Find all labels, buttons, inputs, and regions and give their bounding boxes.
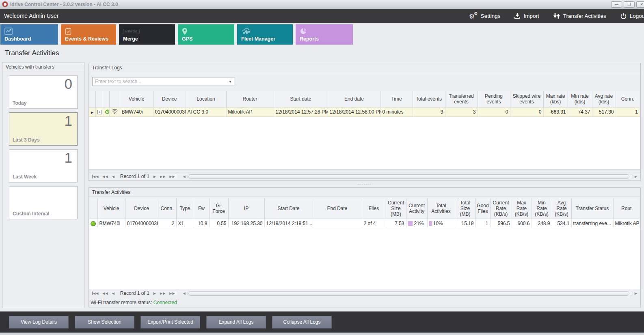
col-avg-rate[interactable]: Avg Rate (KB/s): [552, 198, 571, 219]
col-total-events[interactable]: Total events: [413, 91, 445, 107]
col-fw[interactable]: Fw: [194, 198, 209, 219]
clipboard-icon: [65, 27, 71, 35]
card-last-week[interactable]: 1 Last Week: [9, 149, 78, 183]
view-log-details-button[interactable]: View Log Details: [9, 316, 69, 329]
card-last-week-label: Last Week: [13, 174, 37, 180]
col-gforce[interactable]: G-Force: [209, 198, 228, 219]
col-current-activity[interactable]: Current Activity: [406, 198, 427, 219]
col-conn[interactable]: Conn.: [158, 198, 176, 219]
cell-min-rate: 74.37: [568, 107, 592, 116]
nav-last-icon[interactable]: ▶▶: [169, 175, 176, 178]
logout-button[interactable]: Logout: [620, 13, 644, 19]
col-transferred-events[interactable]: Transferred events: [445, 91, 478, 107]
col-start-date[interactable]: Start date: [274, 91, 328, 107]
settings-button[interactable]: ⚙ ⚙ Settings: [469, 12, 501, 19]
col-total-size[interactable]: Total Size (MB): [455, 198, 475, 219]
col-ip[interactable]: IP: [228, 198, 264, 219]
col-router[interactable]: Rout: [613, 198, 640, 219]
show-selection-button[interactable]: Show Selection: [75, 316, 134, 329]
col-min-rate[interactable]: Min rate (kbs): [568, 91, 592, 107]
col-min-rate[interactable]: Min Rate (KB/s): [532, 198, 552, 219]
col-vehicle[interactable]: Vehicle: [97, 198, 125, 219]
col-status-dot: [89, 198, 97, 219]
search-input[interactable]: [93, 79, 227, 84]
activities-horizontal-scrollbar[interactable]: ◀ ▶: [183, 291, 637, 296]
card-custom-interval[interactable]: Custom Interval: [9, 186, 78, 219]
col-time[interactable]: Time: [380, 91, 413, 107]
col-device[interactable]: Device: [125, 198, 158, 219]
scroll-right-icon[interactable]: ▶: [635, 175, 637, 178]
cell-current-rate: 596.5: [490, 219, 512, 228]
export-print-selected-button[interactable]: Export/Print Selected: [140, 316, 200, 329]
wifi-status-label: Wi-Fi transfer remote status:: [91, 300, 152, 305]
wifi-status-line: Wi-Fi transfer remote status: Connected: [91, 300, 177, 305]
close-button[interactable]: ✕: [636, 1, 644, 8]
nav-fast-next-icon[interactable]: ▶▶: [160, 175, 166, 178]
nav-fast-prev-icon[interactable]: ◀◀: [102, 292, 108, 295]
wifi-status-value: Connected: [153, 300, 177, 305]
col-max-rate[interactable]: Max rate (kbs): [543, 91, 568, 107]
transfer-activity-row[interactable]: BMW740i 017040000038 2 X1 10.8 0.55 192.…: [89, 219, 640, 228]
col-end-date[interactable]: End Date: [313, 198, 362, 219]
col-router[interactable]: Router: [226, 91, 274, 107]
col-total-activities[interactable]: Total Activities: [427, 198, 455, 219]
col-device[interactable]: Device: [153, 91, 186, 107]
tab-gps[interactable]: GPS: [178, 24, 234, 45]
minimize-button[interactable]: —: [611, 1, 622, 8]
card-today[interactable]: 0 Today: [9, 75, 78, 109]
cell-gforce: 0.55: [209, 219, 228, 228]
tab-fleet-manager[interactable]: Fleet Manager: [237, 24, 293, 45]
col-end-date[interactable]: End date: [328, 91, 380, 107]
nav-first-icon[interactable]: ◀◀: [92, 175, 99, 178]
nav-prev-icon[interactable]: ◀: [112, 175, 115, 178]
col-conn[interactable]: Conn.: [616, 91, 640, 107]
dropdown-arrow-icon[interactable]: ▼: [227, 80, 234, 84]
col-files[interactable]: Files: [362, 198, 386, 219]
nav-last-icon[interactable]: ▶▶: [169, 292, 176, 295]
transfer-log-row[interactable]: ▶ + ⚙ BMW740i 017040000038 Al CC 3.0 Mik…: [89, 107, 640, 116]
panel-splitter[interactable]: ·······: [89, 182, 641, 186]
col-gear: [103, 91, 109, 107]
scroll-right-icon[interactable]: ▶: [635, 292, 637, 295]
tab-merge[interactable]: MERGE Merge: [119, 24, 175, 45]
activities-scroll-thumb[interactable]: [188, 291, 629, 296]
cell-total-events: 3: [413, 107, 445, 116]
cell-avg-rate: 534.1: [552, 219, 571, 228]
col-current-size[interactable]: Current Size (MB): [386, 198, 406, 219]
logs-scroll-thumb[interactable]: [188, 174, 629, 179]
expand-all-logs-button[interactable]: Expand All Logs: [206, 316, 266, 329]
transfer-logs-table: Vehicle Device Location Router Start dat…: [89, 91, 640, 117]
tab-events-reviews[interactable]: Events & Reviews: [61, 24, 116, 45]
nav-fast-prev-icon[interactable]: ◀◀: [102, 175, 108, 178]
col-location[interactable]: Location: [186, 91, 226, 107]
col-current-rate[interactable]: Current Rate (KB/s): [490, 198, 512, 219]
col-max-rate[interactable]: Max Rate (KB/s): [512, 198, 532, 219]
card-last-week-value: 1: [65, 150, 72, 166]
scroll-left-icon[interactable]: ◀: [183, 292, 186, 295]
nav-fast-next-icon[interactable]: ▶▶: [160, 292, 166, 295]
col-pending-events[interactable]: Pending events: [478, 91, 510, 107]
transfer-activities-button[interactable]: Transfer Activities: [553, 12, 606, 19]
tab-dashboard[interactable]: Dashboard: [0, 24, 58, 45]
col-good-files[interactable]: Good Files: [475, 198, 490, 219]
nav-prev-icon[interactable]: ◀: [112, 292, 115, 295]
col-transfer-status[interactable]: Transfer Status: [571, 198, 613, 219]
nav-next-icon[interactable]: ▶: [153, 292, 156, 295]
scroll-left-icon[interactable]: ◀: [183, 175, 186, 178]
col-vehicle[interactable]: Vehicle: [120, 91, 153, 107]
import-button[interactable]: Import: [514, 13, 539, 19]
card-last-3-days[interactable]: 1 Last 3 Days: [9, 112, 78, 146]
search-combobox[interactable]: ▼: [92, 77, 234, 86]
maximize-button[interactable]: ❒: [624, 1, 635, 8]
col-skipped-wire-events[interactable]: Skipped wire events: [510, 91, 543, 107]
row-expander-icon[interactable]: +: [97, 110, 102, 114]
nav-next-icon[interactable]: ▶: [153, 175, 156, 178]
col-start-date[interactable]: Start Date: [264, 198, 313, 219]
collapse-all-logs-button[interactable]: Collapse All Logs: [272, 316, 332, 329]
nav-first-icon[interactable]: ◀◀: [92, 292, 99, 295]
tab-reports[interactable]: Reports: [296, 24, 353, 45]
col-type[interactable]: Type: [176, 198, 194, 219]
header-bar: Welcome Admin User ⚙ ⚙ Settings Import T…: [0, 9, 644, 23]
col-avg-rate[interactable]: Avg rate (kbs): [592, 91, 616, 107]
logs-horizontal-scrollbar[interactable]: ◀ ▶: [183, 174, 637, 179]
